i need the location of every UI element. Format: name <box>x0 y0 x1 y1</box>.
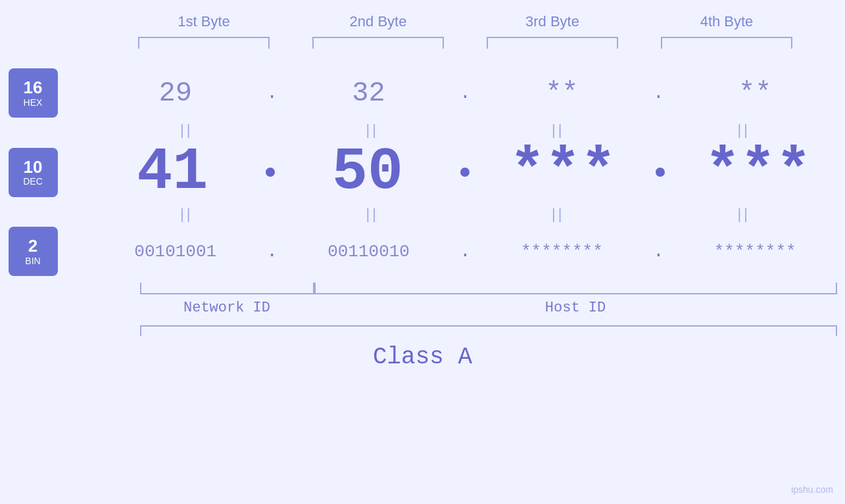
eq1-b1: || <box>121 122 253 139</box>
bin-row: 2 BIN 00101001 . 00110010 . ******** . *… <box>9 227 837 276</box>
hex-b2: 32 <box>303 78 435 109</box>
bin-dot3: . <box>653 241 664 262</box>
bracket-byte2 <box>312 37 444 49</box>
class-label: Class A <box>373 344 472 371</box>
eq2-b2: || <box>306 206 438 223</box>
hex-values: 29 . 32 . ** . ** <box>94 78 837 109</box>
class-bracket <box>140 325 837 336</box>
dec-b2: 50 <box>302 143 433 202</box>
host-id-label: Host ID <box>314 300 837 316</box>
bottom-section: Network ID Host ID <box>140 283 837 316</box>
byte2-header: 2nd Byte <box>312 13 444 30</box>
bin-badge-number: 2 <box>28 237 37 256</box>
bin-values: 00101001 . 00110010 . ******** . *******… <box>94 241 837 262</box>
watermark: ipshu.com <box>791 484 833 495</box>
dec-b1: 41 <box>107 143 238 202</box>
dec-dot2 <box>460 168 470 177</box>
bottom-brackets <box>140 283 837 294</box>
dec-dot1 <box>266 168 275 177</box>
bin-badge-label: BIN <box>25 256 40 266</box>
bracket-byte3 <box>487 37 618 49</box>
hex-badge: 16 HEX <box>9 68 58 118</box>
dec-b3: *** <box>497 143 629 202</box>
byte4-header: 4th Byte <box>661 13 792 30</box>
eq1-b2: || <box>306 122 438 139</box>
hex-b1: 29 <box>110 78 241 109</box>
network-id-label: Network ID <box>140 300 314 316</box>
byte-headers: 1st Byte 2nd Byte 3rd Byte 4th Byte <box>117 13 814 30</box>
equals-row-2: || || || || <box>9 206 837 223</box>
bin-badge: 2 BIN <box>9 227 58 276</box>
eq2-b1: || <box>121 206 253 223</box>
hex-row: 16 HEX 29 . 32 . ** . ** <box>9 68 837 118</box>
eq1-b3: || <box>493 122 624 139</box>
hex-dot3: . <box>653 83 664 103</box>
hex-dot2: . <box>460 83 471 103</box>
byte1-header: 1st Byte <box>138 13 270 30</box>
eq2-b3: || <box>493 206 624 223</box>
bracket-byte1 <box>138 37 270 49</box>
bin-b3: ******** <box>496 242 627 262</box>
dec-badge-label: DEC <box>23 176 43 187</box>
bottom-labels: Network ID Host ID <box>140 300 837 316</box>
network-bracket <box>140 283 314 294</box>
top-brackets <box>117 37 814 49</box>
bin-dot1: . <box>266 241 278 262</box>
dec-values: 41 50 *** *** <box>94 143 837 202</box>
bin-b4: ******** <box>689 242 821 262</box>
bin-b2: 00110010 <box>303 242 435 262</box>
bracket-byte4 <box>661 37 792 49</box>
hex-badge-number: 16 <box>24 78 43 97</box>
class-label-row: Class A <box>373 344 472 371</box>
dec-b4: *** <box>692 143 824 202</box>
hex-badge-label: HEX <box>24 97 43 108</box>
dec-dot3 <box>656 168 665 177</box>
dec-row: 10 DEC 41 50 *** *** <box>9 143 837 202</box>
host-bracket <box>314 283 837 294</box>
dec-badge-number: 10 <box>24 158 43 177</box>
eq2-b4: || <box>678 206 809 223</box>
hex-b4: ** <box>689 78 821 109</box>
hex-dot1: . <box>266 83 278 103</box>
equals-row-1: || || || || <box>9 122 837 139</box>
main-container: 1st Byte 2nd Byte 3rd Byte 4th Byte 16 H… <box>0 0 845 504</box>
hex-b3: ** <box>496 78 627 109</box>
byte3-header: 3rd Byte <box>487 13 618 30</box>
eq1-b4: || <box>678 122 809 139</box>
bin-dot2: . <box>460 241 471 262</box>
dec-badge: 10 DEC <box>9 148 58 197</box>
bin-b1: 00101001 <box>110 242 241 262</box>
